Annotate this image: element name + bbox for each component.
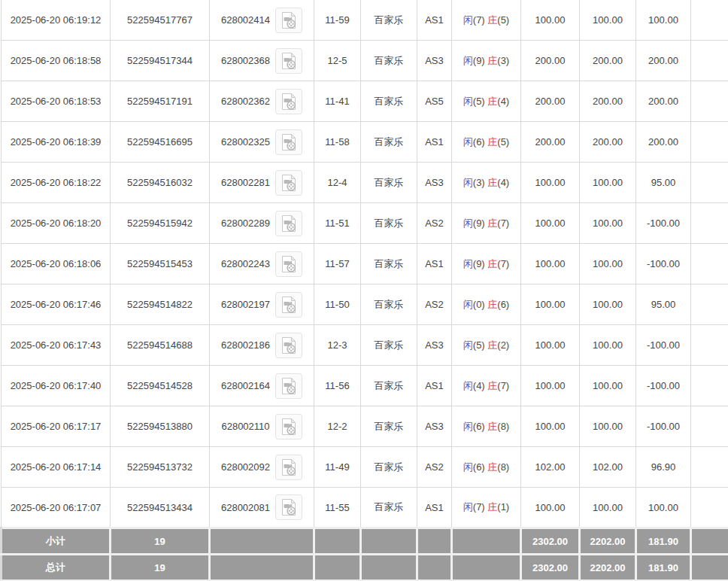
valid-amount: 100.00 [580, 244, 636, 284]
bet-id: 522594515942 [111, 203, 210, 244]
valid-amount: 100.00 [580, 366, 636, 406]
video-replay-icon [281, 418, 297, 436]
round-id-cell: 628002414 [210, 0, 314, 41]
game-result: 闲(4) 庄(7) [452, 366, 521, 406]
empty-cell [691, 244, 728, 284]
game-type: 百家乐 [361, 447, 417, 488]
round-id: 628002368 [221, 55, 270, 66]
bet-id: 522594514528 [111, 366, 210, 406]
player-result-label: 闲 [463, 258, 473, 269]
player-score: (6) [473, 421, 485, 432]
table-row: 2025-06-20 06:19:12522594517767628002414… [2, 0, 728, 41]
video-replay-button[interactable] [275, 129, 302, 155]
bet-id: 522594513732 [111, 447, 210, 488]
bet-amount: 100.00 [521, 284, 580, 325]
video-replay-button[interactable] [275, 8, 302, 33]
table-row: 2025-06-20 06:18:22522594516032628002281… [2, 163, 728, 203]
player-score: (0) [473, 299, 485, 310]
banker-result-label: 庄 [487, 96, 497, 107]
summary-label: 总计 [2, 555, 111, 581]
round-id-wrap: 628002110 [211, 414, 312, 440]
table-row: 2025-06-20 06:18:20522594515942628002289… [2, 203, 728, 244]
video-replay-button[interactable] [275, 333, 302, 358]
video-replay-button[interactable] [275, 414, 302, 440]
video-replay-button[interactable] [275, 373, 302, 399]
game-type: 百家乐 [361, 122, 417, 163]
player-result-label: 闲 [463, 339, 473, 351]
table-row: 2025-06-20 06:17:40522594514528628002164… [2, 366, 728, 406]
table-code: AS2 [417, 284, 452, 325]
video-replay-icon [281, 458, 297, 476]
bet-time: 2025-06-20 06:18:39 [2, 122, 111, 163]
player-score: (7) [473, 501, 485, 513]
banker-score: (7) [497, 380, 509, 391]
player-score: (5) [473, 339, 485, 351]
summary-win-loss: 181.90 [636, 528, 691, 555]
table-code: AS3 [417, 163, 452, 203]
round-number: 11-41 [314, 81, 361, 122]
bet-time: 2025-06-20 06:17:46 [2, 284, 111, 325]
player-result-label: 闲 [463, 177, 473, 188]
round-id-cell: 628002092 [210, 447, 314, 488]
table-code: AS3 [417, 41, 452, 81]
table-row: 2025-06-20 06:18:53522594517191628002362… [2, 81, 728, 122]
win-loss-amount: -100.00 [636, 366, 691, 406]
win-loss-amount: 200.00 [636, 41, 691, 81]
round-id: 628002289 [221, 217, 270, 229]
summary-empty-cell [361, 528, 417, 555]
round-id: 628002325 [221, 136, 270, 148]
player-score: (9) [473, 55, 485, 66]
banker-result-label: 庄 [487, 14, 497, 26]
video-replay-button[interactable] [275, 494, 302, 520]
bet-time: 2025-06-20 06:18:58 [2, 41, 111, 81]
bet-time: 2025-06-20 06:17:07 [2, 488, 111, 528]
video-replay-button[interactable] [275, 455, 302, 480]
banker-score: (8) [497, 421, 509, 432]
video-replay-button[interactable] [275, 48, 302, 74]
bet-id: 522594517191 [111, 81, 210, 122]
video-replay-button[interactable] [275, 251, 302, 277]
round-id: 628002414 [221, 14, 270, 26]
player-result-label: 闲 [463, 14, 473, 26]
round-id-wrap: 628002281 [211, 170, 312, 196]
subtotal-row: 小计192302.002202.00181.90 [2, 528, 728, 555]
round-number: 11-57 [314, 244, 361, 284]
banker-score: (4) [497, 96, 509, 107]
round-id-cell: 628002368 [210, 41, 314, 81]
round-id-cell: 628002186 [210, 325, 314, 366]
bet-amount: 100.00 [521, 488, 580, 528]
bet-amount: 100.00 [521, 325, 580, 366]
game-result: 闲(6) 庄(8) [452, 406, 521, 447]
round-number: 11-58 [314, 122, 361, 163]
player-score: (7) [473, 14, 485, 26]
game-type: 百家乐 [361, 325, 417, 366]
game-result: 闲(7) 庄(1) [452, 488, 521, 528]
banker-score: (3) [497, 55, 509, 66]
round-id-wrap: 628002414 [211, 8, 312, 33]
round-id-wrap: 628002368 [211, 48, 312, 74]
table-code: AS2 [417, 203, 452, 244]
player-result-label: 闲 [463, 55, 473, 66]
banker-result-label: 庄 [487, 136, 497, 148]
round-id-cell: 628002081 [210, 488, 314, 528]
bet-time: 2025-06-20 06:18:53 [2, 81, 111, 122]
empty-cell [691, 203, 728, 244]
game-type: 百家乐 [361, 41, 417, 81]
bet-amount: 200.00 [521, 81, 580, 122]
banker-result-label: 庄 [487, 217, 497, 229]
bet-amount: 100.00 [521, 244, 580, 284]
video-replay-button[interactable] [275, 89, 302, 114]
video-replay-icon [281, 93, 297, 111]
game-type: 百家乐 [361, 284, 417, 325]
summary-label: 小计 [2, 528, 111, 555]
empty-cell [691, 122, 728, 163]
video-replay-button[interactable] [275, 170, 302, 196]
player-score: (3) [473, 177, 485, 188]
video-replay-button[interactable] [275, 211, 302, 236]
game-result: 闲(7) 庄(5) [452, 0, 521, 41]
game-result: 闲(5) 庄(4) [452, 81, 521, 122]
player-result-label: 闲 [463, 96, 473, 107]
video-replay-button[interactable] [275, 292, 302, 318]
video-replay-icon [281, 255, 297, 273]
player-score: (4) [473, 380, 485, 391]
